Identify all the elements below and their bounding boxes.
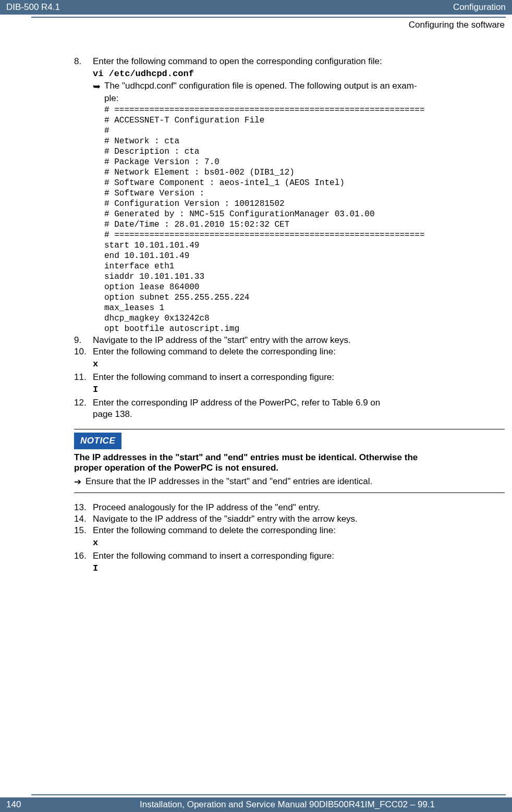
step-number: 13.: [74, 502, 93, 513]
header-left: DIB-500 R4.1: [6, 2, 60, 13]
arrow-icon: ➔: [74, 476, 86, 487]
content: 8. Enter the following command to open t…: [0, 30, 512, 573]
header-right: Configuration: [453, 2, 506, 13]
step-number: 8.: [74, 56, 93, 67]
step-13: 13. Proceed analogously for the IP addre…: [74, 502, 505, 513]
step-text: Enter the following command to insert a …: [93, 372, 505, 383]
step-number: 12.: [74, 398, 93, 408]
command-i: I: [93, 563, 505, 573]
step-text: Enter the following command to open the …: [93, 56, 505, 67]
step-text: Enter the following command to delete th…: [93, 347, 505, 357]
step-number: 9.: [74, 335, 93, 346]
step-text: Enter the following command to insert a …: [93, 551, 505, 561]
step-9: 9. Navigate to the IP address of the "st…: [74, 335, 505, 346]
notice-line1: The IP addresses in the "start" and "end…: [74, 452, 418, 462]
step-text: Proceed analogously for the IP address o…: [93, 502, 505, 513]
arrow-icon: ➥: [93, 81, 104, 92]
command-x: x: [93, 538, 505, 548]
step-number: 15.: [74, 525, 93, 536]
step-15: 15. Enter the following command to delet…: [74, 525, 505, 536]
step-text: Navigate to the IP address of the "start…: [93, 335, 505, 346]
header-bar: DIB-500 R4.1 Configuration: [0, 0, 512, 15]
page-number: 140: [6, 799, 69, 810]
step-text: Navigate to the IP address of the "siadd…: [93, 514, 505, 524]
step-text-cont: page 138.: [93, 409, 505, 420]
command-i: I: [93, 385, 505, 395]
step-number: 14.: [74, 514, 93, 524]
command-x: x: [93, 359, 505, 369]
step-10: 10. Enter the following command to delet…: [74, 347, 505, 357]
notice-label: NOTICE: [74, 433, 121, 449]
step-number: 16.: [74, 551, 93, 561]
notice-action: ➔ Ensure that the IP addresses in the "s…: [74, 476, 505, 487]
notice-box: NOTICE The IP addresses in the "start" a…: [74, 429, 505, 493]
footer-text: Installation, Operation and Service Manu…: [69, 799, 506, 810]
step-11: 11. Enter the following command to inser…: [74, 372, 505, 383]
step-16: 16. Enter the following command to inser…: [74, 551, 505, 561]
result-text-cont: ple:: [104, 93, 505, 104]
config-file-output: # ======================================…: [104, 105, 505, 334]
step-text: Enter the following command to delete th…: [93, 525, 505, 536]
step-number: 11.: [74, 372, 93, 383]
command-vi: vi /etc/udhcpd.conf: [93, 69, 505, 79]
step-number: 10.: [74, 347, 93, 357]
notice-line2: proper operation of the PowerPC is not e…: [74, 463, 278, 473]
subheader: Configuring the software: [0, 18, 512, 30]
footer-rule: [31, 794, 506, 795]
step-14: 14. Navigate to the IP address of the "s…: [74, 514, 505, 524]
notice-action-text: Ensure that the IP addresses in the "sta…: [86, 476, 372, 487]
footer-bar: 140 Installation, Operation and Service …: [0, 797, 512, 812]
result-line: ➥ The "udhcpd.conf" configuration file i…: [93, 81, 505, 92]
result-text: The "udhcpd.conf" configuration file is …: [104, 81, 505, 92]
step-text: Enter the corresponding IP address of th…: [93, 398, 505, 408]
step-8: 8. Enter the following command to open t…: [74, 56, 505, 67]
notice-bold-text: The IP addresses in the "start" and "end…: [74, 452, 505, 473]
step-12: 12. Enter the corresponding IP address o…: [74, 398, 505, 408]
